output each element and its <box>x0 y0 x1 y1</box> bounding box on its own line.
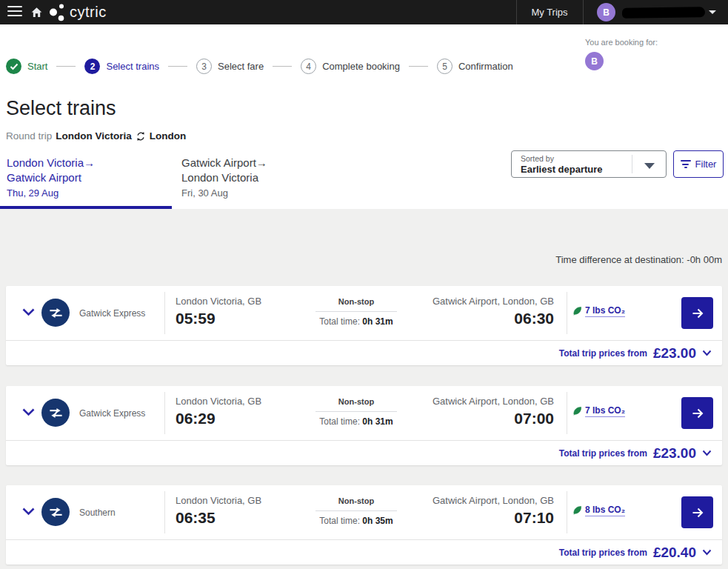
total-time-label: Total time: <box>319 416 360 427</box>
national-rail-logo-icon <box>41 498 70 526</box>
arrival-station: Gatwick Airport, London, GB <box>406 396 554 407</box>
select-train-button[interactable] <box>681 496 713 528</box>
departure-info: London Victoria, GB 06:29 <box>176 396 261 427</box>
price-expand-row[interactable]: Total trip prices from £20.40 <box>6 539 722 565</box>
time-difference-note: Time difference at destination: -0h 00m <box>555 254 722 265</box>
cytric-logo: cytric <box>49 2 107 22</box>
arrival-station: Gatwick Airport, London, GB <box>406 495 554 506</box>
trip-origin: London Victoria <box>56 130 132 142</box>
arrival-info: Gatwick Airport, London, GB 06:30 <box>406 296 554 327</box>
stops-label: Non-stop <box>302 397 410 406</box>
filter-button-label: Filter <box>695 159 717 170</box>
expand-chevron-down-icon[interactable] <box>22 406 35 419</box>
trip-destination: London <box>150 130 186 142</box>
user-avatar[interactable]: B <box>597 3 615 21</box>
step-check-icon <box>6 59 21 74</box>
departure-station: London Victoria, GB <box>176 396 261 407</box>
arrival-station: Gatwick Airport, London, GB <box>406 296 554 307</box>
segment-info: Non-stop Total time: 0h 31m <box>302 297 410 327</box>
leaf-icon <box>572 505 582 516</box>
price-value: £23.00 <box>653 445 696 462</box>
operator-name: Gatwick Express <box>79 408 145 419</box>
total-time-value: 0h 31m <box>362 416 393 427</box>
arrow-right-icon <box>690 306 705 321</box>
price-label: Total trip prices from <box>559 348 647 359</box>
departure-time: 06:29 <box>176 410 261 427</box>
app-window: cytric My Trips B You are booking for: B… <box>0 0 728 569</box>
filter-button[interactable]: Filter <box>673 150 724 178</box>
step-complete-booking[interactable]: 4 Complete booking <box>301 59 400 74</box>
tab-route-from: London Victoria→ <box>7 156 172 170</box>
price-chevron-down-icon <box>702 350 712 356</box>
sort-dropdown[interactable]: Sorted by Earliest departure <box>511 150 667 178</box>
tab-outbound[interactable]: London Victoria→ Gatwick Airport Thu, 29… <box>0 156 172 209</box>
price-label: Total trip prices from <box>559 448 647 459</box>
expand-chevron-down-icon[interactable] <box>22 306 35 319</box>
leaf-icon <box>572 406 582 416</box>
arrival-info: Gatwick Airport, London, GB 07:00 <box>406 396 554 427</box>
step-number: 5 <box>437 59 453 74</box>
train-result-card: Southern London Victoria, GB 06:35 Non-s… <box>6 485 722 565</box>
sort-label: Sorted by <box>521 154 554 163</box>
co2-emissions-link[interactable]: 8 lbs CO₂ <box>572 505 625 516</box>
price-expand-row[interactable]: Total trip prices from £23.00 <box>6 340 722 365</box>
booking-stepper: Start 2 Select trains 3 Select fare 4 Co… <box>6 59 513 74</box>
step-start[interactable]: Start <box>6 59 47 74</box>
departure-station: London Victoria, GB <box>176 495 261 506</box>
brand-name: cytric <box>70 4 107 21</box>
total-time-value: 0h 35m <box>362 516 393 526</box>
step-select-trains[interactable]: 2 Select trains <box>84 59 159 74</box>
header-divider <box>583 0 584 24</box>
booking-for-label: You are booking for: <box>585 38 658 47</box>
departure-time: 05:59 <box>176 310 261 327</box>
user-name-redacted <box>622 7 705 19</box>
round-trip-icon <box>136 131 146 142</box>
segment-info: Non-stop Total time: 0h 31m <box>302 397 410 427</box>
tab-return[interactable]: Gatwick Airport→ London Victoria Fri, 30… <box>181 156 267 199</box>
sort-chevron-down-icon <box>644 163 655 169</box>
booking-for-avatar: B <box>585 52 604 70</box>
select-train-button[interactable] <box>681 297 713 329</box>
arrow-right-icon <box>690 505 705 520</box>
step-confirmation[interactable]: 5 Confirmation <box>437 59 513 74</box>
step-label: Select trains <box>106 61 159 72</box>
cytric-dots-icon <box>49 2 66 22</box>
my-trips-button[interactable]: My Trips <box>517 0 582 24</box>
home-icon[interactable] <box>30 6 43 21</box>
tab-route-to: Gatwick Airport <box>7 170 172 185</box>
train-result-card: Gatwick Express London Victoria, GB 05:5… <box>6 286 722 365</box>
arrival-info: Gatwick Airport, London, GB 07:10 <box>406 495 554 527</box>
trip-summary: Round trip London Victoria London <box>6 130 186 142</box>
tab-route-to: London Victoria <box>181 170 267 185</box>
total-time-label: Total time: <box>319 516 360 526</box>
arrow-right-icon <box>690 406 705 421</box>
step-select-fare[interactable]: 3 Select fare <box>196 59 264 74</box>
tab-date: Thu, 29 Aug <box>7 187 172 199</box>
operator-name: Southern <box>79 508 116 518</box>
co2-emissions-link[interactable]: 7 lbs CO₂ <box>572 405 625 417</box>
price-chevron-down-icon <box>702 549 712 556</box>
tab-route-from: Gatwick Airport→ <box>181 156 267 170</box>
price-label: Total trip prices from <box>559 548 647 558</box>
total-time-label: Total time: <box>319 316 360 327</box>
user-menu-chevron-down-icon[interactable] <box>709 10 716 14</box>
stops-label: Non-stop <box>302 496 410 505</box>
total-time-value: 0h 31m <box>362 316 393 327</box>
step-number: 3 <box>196 59 212 74</box>
co2-emissions-link[interactable]: 7 lbs CO₂ <box>572 305 625 317</box>
arrival-time: 07:10 <box>406 509 554 527</box>
departure-info: London Victoria, GB 05:59 <box>176 296 261 327</box>
co2-value: 7 lbs CO₂ <box>585 405 625 417</box>
price-expand-row[interactable]: Total trip prices from £23.00 <box>6 440 722 465</box>
departure-info: London Victoria, GB 06:35 <box>176 495 261 527</box>
co2-value: 8 lbs CO₂ <box>585 505 625 516</box>
operator-name: Gatwick Express <box>79 308 145 319</box>
select-train-button[interactable] <box>681 397 713 429</box>
step-label: Confirmation <box>458 61 513 72</box>
train-result-card: Gatwick Express London Victoria, GB 06:2… <box>6 386 722 465</box>
menu-icon[interactable] <box>7 6 22 18</box>
sort-value: Earliest departure <box>521 164 603 175</box>
departure-time: 06:35 <box>176 509 261 527</box>
expand-chevron-down-icon[interactable] <box>22 505 35 519</box>
top-navigation-bar: cytric My Trips B <box>0 0 728 24</box>
